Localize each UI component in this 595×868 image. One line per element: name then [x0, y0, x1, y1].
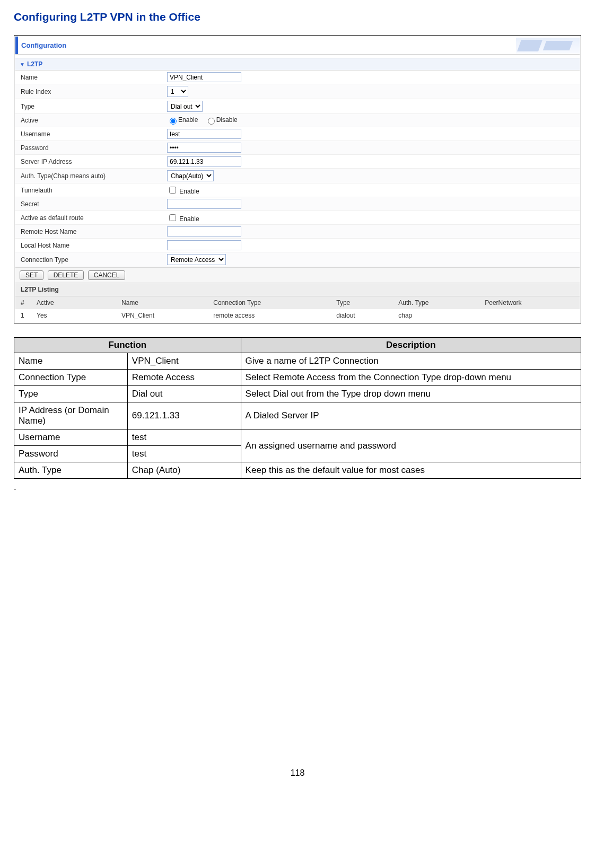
listing-cell-conn-type: remote access	[208, 309, 331, 322]
rule-index-select[interactable]: 1	[167, 86, 188, 97]
listing-cell-num: 1	[15, 309, 31, 322]
active-label: Active	[15, 114, 164, 127]
func-cell: Chap (Auto)	[127, 462, 241, 479]
active-disable-text: Disable	[216, 116, 238, 124]
listing-row: 1 Yes VPN_Client remote access dialout c…	[15, 309, 580, 322]
active-enable-text: Enable	[178, 116, 198, 124]
secret-label: Secret	[15, 198, 164, 211]
delete-button[interactable]: DELETE	[48, 270, 84, 280]
listing-th-name: Name	[116, 296, 208, 309]
section-title: L2TP	[27, 60, 42, 68]
listing-th-peer: PeerNetwork	[479, 296, 580, 309]
tunnelauth-label: Tunnelauth	[15, 184, 164, 197]
period-text: .	[14, 482, 581, 493]
page-number: 118	[14, 768, 581, 778]
tunnelauth-enable-text: Enable	[179, 188, 199, 195]
func-cell: Username	[14, 429, 128, 446]
name-label: Name	[15, 71, 164, 84]
listing-cell-auth: chap	[393, 309, 479, 322]
router-config-screenshot: Configuration ▼ L2TP Name Rule Index 1 T…	[14, 35, 581, 323]
username-input[interactable]	[167, 129, 241, 139]
config-header: Configuration	[15, 37, 580, 55]
active-enable-radio[interactable]	[170, 118, 177, 125]
listing-cell-peer	[479, 309, 580, 322]
func-cell: Give a name of L2TP Connection	[241, 353, 581, 370]
func-th-function: Function	[14, 338, 241, 353]
function-description-table: Function Description Name VPN_Client Giv…	[14, 337, 581, 479]
func-cell: Select Remote Access from the Connection…	[241, 370, 581, 386]
name-input[interactable]	[167, 72, 241, 82]
func-cell: VPN_Client	[127, 353, 241, 370]
default-route-label: Active as default route	[15, 212, 164, 224]
type-select[interactable]: Dial out	[167, 101, 203, 112]
func-cell: A Dialed Server IP	[241, 402, 581, 429]
active-disable-radio[interactable]	[208, 118, 215, 125]
username-label: Username	[15, 128, 164, 141]
func-cell: test	[127, 446, 241, 462]
func-th-description: Description	[241, 338, 581, 353]
func-cell: IP Address (or Domain Name)	[14, 402, 128, 429]
func-cell: Name	[14, 353, 128, 370]
listing-cell-name: VPN_Client	[116, 309, 208, 322]
type-label: Type	[15, 100, 164, 113]
func-cell: Remote Access	[127, 370, 241, 386]
func-cell: Password	[14, 446, 128, 462]
listing-th-conn-type: Connection Type	[208, 296, 331, 309]
chevron-down-icon: ▼	[20, 62, 25, 67]
password-input[interactable]	[167, 143, 241, 153]
func-cell: Select Dial out from the Type drop down …	[241, 386, 581, 402]
func-cell: Dial out	[127, 386, 241, 402]
func-cell: test	[127, 429, 241, 446]
listing-th-active: Active	[31, 296, 116, 309]
default-route-checkbox[interactable]	[169, 214, 176, 221]
secret-input[interactable]	[167, 199, 241, 209]
listing-title: L2TP Listing	[15, 283, 580, 296]
tunnelauth-checkbox[interactable]	[169, 187, 176, 194]
auth-type-label: Auth. Type(Chap means auto)	[15, 170, 164, 182]
listing-th-num: #	[15, 296, 31, 309]
local-host-label: Local Host Name	[15, 239, 164, 252]
server-ip-label: Server IP Address	[15, 155, 164, 168]
accent-bar	[15, 37, 18, 54]
config-title: Configuration	[21, 41, 66, 49]
page-title: Configuring L2TP VPN in the Office	[14, 11, 581, 23]
section-l2tp[interactable]: ▼ L2TP	[15, 58, 580, 71]
func-cell: Auth. Type	[14, 462, 128, 479]
conn-type-label: Connection Type	[15, 253, 164, 266]
remote-host-input[interactable]	[167, 226, 241, 236]
cancel-button[interactable]: CANCEL	[88, 270, 126, 280]
listing-cell-active: Yes	[31, 309, 116, 322]
func-cell: Connection Type	[14, 370, 128, 386]
remote-host-label: Remote Host Name	[15, 225, 164, 238]
func-cell: An assigned username and password	[241, 429, 581, 462]
password-label: Password	[15, 142, 164, 154]
l2tp-listing-table: # Active Name Connection Type Type Auth.…	[15, 296, 580, 322]
rule-index-label: Rule Index	[15, 85, 164, 98]
listing-th-auth: Auth. Type	[393, 296, 479, 309]
func-cell: Keep this as the default value for most …	[241, 462, 581, 479]
set-button[interactable]: SET	[20, 270, 43, 280]
func-cell: 69.121.1.33	[127, 402, 241, 429]
func-cell: Type	[14, 386, 128, 402]
header-decoration	[516, 38, 580, 54]
default-route-enable-text: Enable	[179, 215, 199, 223]
local-host-input[interactable]	[167, 240, 241, 250]
auth-type-select[interactable]: Chap(Auto)	[167, 170, 214, 181]
server-ip-input[interactable]	[167, 156, 241, 166]
listing-th-type: Type	[331, 296, 393, 309]
listing-cell-type: dialout	[331, 309, 393, 322]
conn-type-select[interactable]: Remote Access	[167, 254, 226, 265]
